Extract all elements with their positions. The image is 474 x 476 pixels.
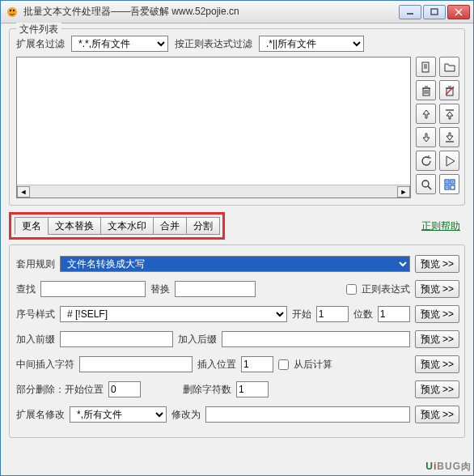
svg-rect-28 [451,185,455,189]
rename-form-group: 套用规则 文件名转换成大写 预览 >> 查找 替换 正则表达式 预览 >> 序号… [9,244,465,438]
scroll-right-arrow[interactable]: ► [397,186,410,198]
regex-checkbox[interactable] [346,284,357,295]
svg-rect-29 [446,181,447,182]
find-label: 查找 [16,283,36,296]
minimize-button[interactable] [399,5,421,19]
svg-point-1 [10,9,11,11]
tabs-row: 更名 文本替换 文本水印 合并 分割 正则帮助 [9,212,465,240]
del-count-label: 删除字符数 [183,383,231,397]
prefix-label: 加入前缀 [16,333,55,346]
svg-rect-17 [446,88,453,96]
preview-find-button[interactable]: 预览 >> [415,280,459,298]
svg-rect-4 [431,9,438,15]
svg-point-2 [13,9,15,11]
tab-text-replace[interactable]: 文本替换 [48,217,101,235]
app-window: 批量文本文件处理器——吾爱破解 www.52pojie.cn 文件列表 扩展名过… [0,0,474,476]
window-title: 批量文本文件处理器——吾爱破解 www.52pojie.cn [23,5,399,19]
up-icon[interactable] [416,104,436,124]
scroll-left-arrow[interactable]: ◄ [17,186,30,198]
ext-filter-label: 扩展名过滤 [16,37,65,51]
file-listbox[interactable]: ◄ ► [16,57,411,198]
preview-prefix-button[interactable]: 预览 >> [415,330,459,348]
regex-help-link[interactable]: 正则帮助 [421,219,460,233]
watermark: UiBUG肉 [425,460,472,474]
tab-watermark[interactable]: 文本水印 [100,217,154,235]
svg-line-24 [428,186,431,189]
tab-merge[interactable]: 合并 [153,217,187,235]
from-end-label: 从后计算 [294,358,332,372]
find-input[interactable] [40,281,146,297]
run-icon[interactable] [439,151,459,171]
start-input[interactable] [316,306,349,322]
start-label: 开始 [292,308,311,321]
maximize-button[interactable] [423,5,446,19]
digits-input[interactable] [378,306,410,322]
svg-point-23 [422,181,429,187]
group-title-file-list: 文件列表 [16,23,61,36]
modify-to-label: 修改为 [171,408,201,422]
preview-insert-button[interactable]: 预览 >> [415,355,459,373]
rule-label: 套用规则 [16,257,55,271]
del-start-input[interactable] [108,381,141,397]
replace-input[interactable] [175,281,256,297]
search-icon[interactable] [416,174,436,194]
bottom-icon[interactable] [439,127,459,147]
regex-filter-label: 按正则表达式过滤 [175,37,252,51]
titlebar: 批量文本文件处理器——吾爱破解 www.52pojie.cn [1,1,473,23]
insert-label: 中间插入字符 [16,358,74,372]
insert-pos-label: 插入位置 [197,358,236,372]
clear-icon[interactable] [439,80,459,100]
ext-modify-combo[interactable]: *,所有文件 [70,406,167,423]
delete-icon[interactable] [416,80,436,100]
down-icon[interactable] [416,127,436,147]
rule-combo[interactable]: 文件名转换成大写 [60,256,410,272]
modify-to-input[interactable] [205,406,410,423]
listbox-hscroll[interactable]: ◄ ► [17,185,410,198]
refresh-icon[interactable] [416,151,436,171]
app-icon [6,6,19,19]
regex-chk-label: 正则表达式 [362,283,410,296]
prefix-input[interactable] [60,331,173,347]
replace-label: 替换 [150,283,170,296]
regex-filter-combo[interactable]: .*||所有文件 [259,36,364,52]
suffix-label: 加入后缀 [178,333,217,346]
qr-icon[interactable] [439,174,459,194]
from-end-checkbox[interactable] [278,359,289,370]
ext-filter-combo[interactable]: *.*,所有文件 [71,36,168,52]
seq-style-label: 序号样式 [16,308,55,321]
file-list-group: 文件列表 扩展名过滤 *.*,所有文件 按正则表达式过滤 .*||所有文件 ◄ [9,28,465,206]
digits-label: 位数 [353,308,373,321]
svg-rect-7 [422,62,429,72]
tab-rename[interactable]: 更名 [15,217,49,235]
del-count-input[interactable] [236,381,269,397]
svg-point-0 [7,7,17,17]
insert-input[interactable] [79,356,193,372]
insert-pos-input[interactable] [241,356,273,372]
suffix-input[interactable] [222,331,410,347]
tab-split[interactable]: 分割 [186,217,220,235]
top-icon[interactable] [439,104,459,124]
tabs-highlight: 更名 文本替换 文本水印 合并 分割 [9,212,225,240]
seq-style-combo[interactable]: # [!SELF] [60,306,287,322]
svg-rect-31 [446,186,447,188]
add-folder-icon[interactable] [439,57,459,77]
preview-rule-button[interactable]: 预览 >> [415,255,459,273]
close-button[interactable] [447,5,470,19]
ext-modify-label: 扩展名修改 [16,408,65,422]
svg-rect-30 [451,181,453,182]
toolbar-icons [416,57,459,198]
preview-del-button[interactable]: 预览 >> [415,380,459,398]
add-file-icon[interactable] [416,57,436,77]
partial-del-label: 部分删除：开始位置 [16,383,104,397]
preview-seq-button[interactable]: 预览 >> [415,305,459,323]
preview-ext-button[interactable]: 预览 >> [415,406,459,423]
